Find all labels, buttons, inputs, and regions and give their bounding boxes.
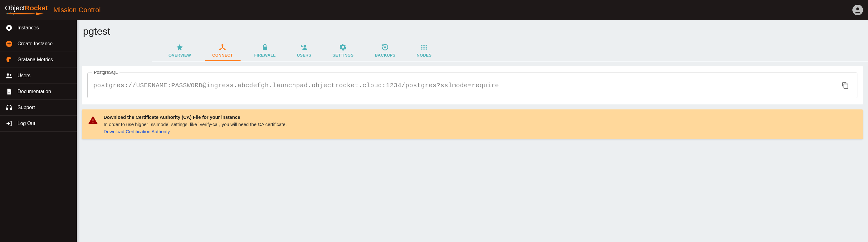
tab-label: SETTINGS bbox=[333, 53, 353, 57]
svg-point-4 bbox=[13, 15, 14, 15]
connection-string: postgres://USERNAME:PASSWORD@ingress.abc… bbox=[93, 82, 499, 89]
svg-point-28 bbox=[426, 49, 427, 50]
svg-point-30 bbox=[92, 122, 93, 123]
logout-icon bbox=[6, 120, 12, 127]
tabs: OVERVIEW CONNECT FIREWALL USERS bbox=[152, 41, 868, 61]
sidebar-item-label: Log Out bbox=[18, 121, 35, 126]
svg-point-19 bbox=[385, 47, 385, 48]
svg-point-20 bbox=[421, 45, 423, 46]
svg-point-21 bbox=[424, 45, 425, 46]
svg-rect-13 bbox=[10, 108, 12, 110]
tab-connect[interactable]: CONNECT bbox=[202, 41, 243, 61]
svg-point-14 bbox=[221, 44, 223, 46]
svg-point-24 bbox=[424, 47, 425, 48]
topbar: ObjectRocket Mission Control bbox=[0, 0, 868, 20]
sidebar-item-label: Create Instance bbox=[18, 41, 53, 47]
svg-point-23 bbox=[421, 47, 423, 48]
svg-point-3 bbox=[10, 12, 11, 13]
alert-text: In order to use higher `sslmode` setting… bbox=[103, 122, 287, 127]
svg-point-2 bbox=[7, 14, 8, 15]
sidebar-item-support[interactable]: Support bbox=[0, 100, 77, 116]
svg-point-0 bbox=[6, 13, 36, 15]
warning-icon bbox=[88, 115, 98, 125]
svg-rect-17 bbox=[263, 47, 267, 50]
tab-users[interactable]: USERS bbox=[286, 41, 322, 61]
sidebar-item-label: Users bbox=[18, 73, 31, 79]
svg-point-6 bbox=[856, 7, 859, 10]
tab-label: BACKUPS bbox=[375, 53, 395, 57]
sidebar-item-label: Grafana Metrics bbox=[18, 57, 53, 62]
svg-point-26 bbox=[421, 49, 423, 50]
ca-alert: Download the Certificate Authority (CA) … bbox=[82, 109, 863, 139]
tab-label: CONNECT bbox=[212, 53, 233, 57]
connection-legend: PostgreSQL bbox=[92, 70, 120, 75]
copy-icon bbox=[841, 81, 849, 89]
tab-label: USERS bbox=[297, 53, 311, 57]
user-icon bbox=[853, 6, 862, 15]
connect-icon bbox=[219, 44, 226, 51]
sidebar-item-label: Instances bbox=[18, 25, 39, 31]
sidebar-item-users[interactable]: Users bbox=[0, 68, 77, 84]
sidebar-item-label: Support bbox=[18, 105, 35, 110]
tab-label: OVERVIEW bbox=[168, 53, 191, 57]
svg-rect-12 bbox=[6, 108, 8, 110]
svg-point-27 bbox=[424, 49, 425, 50]
gear-icon bbox=[339, 44, 347, 51]
sidebar-item-create-instance[interactable]: Create Instance bbox=[0, 36, 77, 52]
restore-icon bbox=[381, 44, 389, 51]
download-ca-link[interactable]: Download Certification Authority bbox=[103, 129, 287, 134]
brand-title: Mission Control bbox=[53, 6, 101, 14]
svg-point-8 bbox=[8, 27, 10, 29]
sidebar-item-label: Documentation bbox=[18, 89, 51, 95]
grafana-icon bbox=[6, 56, 12, 63]
sidebar-item-documentation[interactable]: Documentation bbox=[0, 84, 77, 100]
instances-icon bbox=[6, 24, 12, 31]
alert-body: Download the Certificate Authority (CA) … bbox=[103, 114, 287, 134]
svg-point-25 bbox=[426, 47, 427, 48]
svg-marker-1 bbox=[36, 12, 44, 15]
nodes-icon bbox=[420, 44, 428, 51]
topbar-left: ObjectRocket Mission Control bbox=[5, 4, 101, 16]
connection-fieldset: PostgreSQL postgres://USERNAME:PASSWORD@… bbox=[87, 73, 858, 98]
document-icon bbox=[6, 88, 12, 95]
shadow-overlay bbox=[77, 20, 80, 242]
tab-overview[interactable]: OVERVIEW bbox=[158, 41, 202, 61]
star-icon bbox=[176, 44, 183, 51]
plus-circle-icon bbox=[6, 41, 12, 47]
tab-firewall[interactable]: FIREWALL bbox=[244, 41, 286, 61]
users-icon bbox=[6, 72, 12, 79]
page-title: pgtest bbox=[77, 20, 868, 41]
sidebar: Instances Create Instance Grafana Metric… bbox=[0, 20, 77, 242]
svg-point-22 bbox=[426, 45, 427, 46]
svg-point-18 bbox=[304, 45, 306, 48]
sidebar-item-grafana-metrics[interactable]: Grafana Metrics bbox=[0, 52, 77, 68]
svg-rect-29 bbox=[844, 84, 848, 88]
user-plus-icon bbox=[301, 44, 308, 51]
svg-point-11 bbox=[10, 74, 11, 76]
tab-settings[interactable]: SETTINGS bbox=[322, 41, 364, 61]
tab-nodes[interactable]: NODES bbox=[406, 41, 442, 61]
logo-text: ObjectRocket bbox=[5, 4, 48, 12]
tab-label: FIREWALL bbox=[254, 53, 276, 57]
main-content: pgtest OVERVIEW CONNECT FIREWALL bbox=[77, 20, 868, 242]
headset-icon bbox=[6, 104, 12, 111]
tab-backups[interactable]: BACKUPS bbox=[364, 41, 406, 61]
logo-rocket-icon bbox=[5, 11, 45, 16]
sidebar-item-log-out[interactable]: Log Out bbox=[0, 116, 77, 132]
connect-panel: PostgreSQL postgres://USERNAME:PASSWORD@… bbox=[82, 66, 863, 104]
logo[interactable]: ObjectRocket bbox=[5, 4, 48, 16]
user-avatar-button[interactable] bbox=[852, 5, 863, 15]
svg-point-10 bbox=[7, 74, 9, 76]
lock-icon bbox=[261, 44, 269, 51]
alert-title: Download the Certificate Authority (CA) … bbox=[103, 114, 287, 120]
copy-button[interactable] bbox=[839, 79, 851, 91]
tab-label: NODES bbox=[417, 53, 432, 57]
sidebar-item-instances[interactable]: Instances bbox=[0, 20, 77, 36]
